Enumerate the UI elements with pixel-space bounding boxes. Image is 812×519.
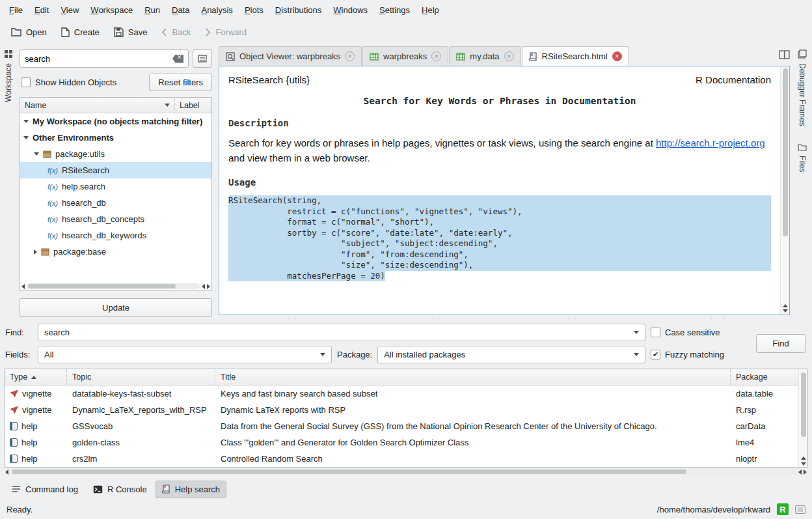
column-header-title[interactable]: Title [215, 369, 731, 385]
close-tab-icon[interactable] [504, 51, 514, 61]
save-button[interactable]: Save [108, 23, 154, 41]
expander-open-icon[interactable] [23, 136, 29, 139]
tab-object-viewer-warpbreaks[interactable]: Object Viewer: warpbreaks [219, 46, 362, 66]
engine-status-icon[interactable] [795, 505, 805, 514]
clear-search-icon[interactable] [172, 55, 183, 63]
tree-item-hsearch-db-concepts[interactable]: hsearch_db_concepts [20, 211, 211, 227]
toolview-bar: Command log R Console Help search [0, 479, 812, 499]
menu-windows[interactable]: Windows [328, 3, 373, 18]
scrollbar-thumb[interactable] [801, 372, 806, 437]
help-document-icon [10, 422, 18, 430]
result-row[interactable]: help GSSvocab Data from the General Soci… [5, 418, 798, 434]
forward-button[interactable]: Forward [199, 23, 252, 41]
toolview-help-search[interactable]: Help search [156, 481, 226, 498]
description-heading: Description [228, 118, 771, 128]
tree-item-other-environments[interactable]: Other Environments [20, 130, 211, 146]
column-header-package[interactable]: Package [731, 369, 798, 385]
result-row[interactable]: help golden-class Class '"golden"' and G… [5, 434, 798, 451]
expander-open-icon[interactable] [34, 152, 39, 156]
menu-view[interactable]: View [55, 3, 84, 18]
tree-item-package-utils[interactable]: package:utils [20, 146, 211, 162]
close-tab-icon[interactable] [431, 51, 441, 61]
menu-data[interactable]: Data [167, 3, 195, 18]
find-button[interactable]: Find [756, 334, 805, 353]
search-site-link[interactable]: http://search.r-project.org [656, 137, 765, 148]
tab-warpbreaks[interactable]: warpbreaks [362, 46, 448, 66]
scroll-down-icon[interactable] [783, 309, 788, 313]
update-button[interactable]: Update [20, 298, 212, 317]
menu-settings[interactable]: Settings [374, 3, 415, 18]
reset-filters-button[interactable]: Reset filters [149, 74, 212, 91]
scroll-up-icon[interactable] [783, 304, 788, 307]
tree-item-my-workspace[interactable]: My Workspace (no objects matching filter… [20, 113, 211, 130]
r-engine-badge[interactable]: R [777, 503, 789, 515]
command-log-icon [12, 485, 21, 493]
tree-item-package-base[interactable]: package:base [20, 244, 211, 260]
scrollbar-thumb[interactable] [12, 470, 686, 474]
menu-analysis[interactable]: Analysis [196, 3, 237, 18]
open-button[interactable]: Open [5, 23, 53, 41]
folder-open-icon [11, 27, 21, 36]
close-tab-icon[interactable] [345, 51, 355, 61]
result-row[interactable]: vignette datatable-keys-fast-subset Keys… [5, 386, 798, 402]
menu-run[interactable]: Run [139, 3, 165, 18]
back-chevron-icon [161, 28, 167, 36]
case-sensitive-checkbox[interactable]: Case sensitive [651, 328, 748, 337]
column-header-label[interactable]: Label [175, 101, 211, 110]
menu-edit[interactable]: Edit [29, 3, 54, 18]
workspace-search-input[interactable] [25, 54, 169, 64]
dock-tab-files[interactable]: Files [798, 143, 807, 172]
search-options-button[interactable] [193, 49, 212, 68]
expander-open-icon[interactable] [23, 120, 29, 123]
scroll-left-icon[interactable] [798, 470, 802, 475]
find-combobox[interactable]: search [38, 324, 645, 341]
back-button[interactable]: Back [156, 23, 196, 41]
scroll-left-icon[interactable] [202, 284, 205, 289]
function-icon [47, 183, 58, 191]
toolview-r-console[interactable]: R Console [87, 481, 154, 498]
tree-item-hsearch-db[interactable]: hsearch_db [20, 195, 211, 211]
results-vertical-scrollbar[interactable] [798, 369, 807, 467]
help-vertical-scrollbar[interactable] [780, 66, 789, 315]
show-hidden-checkbox[interactable]: Show Hidden Objects [21, 77, 116, 87]
horizontal-splitter[interactable] [219, 315, 790, 321]
fields-combobox[interactable]: All [38, 346, 332, 363]
scroll-right-icon[interactable] [207, 284, 210, 289]
doc-kind: R Documentation [696, 74, 771, 85]
menu-distributions[interactable]: Distributions [270, 3, 327, 18]
menu-workspace[interactable]: Workspace [85, 3, 138, 18]
column-header-type[interactable]: Type [5, 369, 67, 385]
tab-rsitesearch-html[interactable]: RSiteSearch.html [522, 46, 629, 66]
scroll-down-icon[interactable] [801, 462, 806, 466]
tree-item-rsitesearch[interactable]: RSiteSearch [20, 162, 211, 178]
split-view-icon[interactable] [779, 50, 790, 59]
package-combobox[interactable]: All installed packages [377, 346, 645, 363]
results-horizontal-scrollbar[interactable] [4, 468, 808, 476]
scrollbar-thumb[interactable] [28, 284, 176, 288]
scroll-up-icon[interactable] [801, 456, 806, 460]
menu-file[interactable]: File [4, 3, 28, 18]
scroll-left-icon[interactable] [5, 470, 8, 475]
scroll-left-icon[interactable] [21, 284, 25, 289]
column-header-topic[interactable]: Topic [67, 369, 215, 385]
dock-tab-workspace[interactable]: Workspace [4, 49, 13, 102]
dock-tab-debugger-frames[interactable]: Debugger Frames [798, 49, 807, 126]
tab-my-data[interactable]: my.data [449, 46, 521, 66]
result-row[interactable]: vignette Dynamic_LaTeX_reports_with_RSP … [5, 402, 798, 418]
menu-help[interactable]: Help [416, 3, 444, 18]
tree-item-hsearch-db-keywords[interactable]: hsearch_db_keywords [20, 227, 211, 244]
column-header-name[interactable]: Name [20, 98, 175, 113]
menu-plots[interactable]: Plots [239, 3, 269, 18]
scroll-right-icon[interactable] [804, 470, 807, 475]
result-row[interactable]: help crs2lm Controlled Random Search nlo… [5, 451, 798, 467]
function-icon [47, 216, 58, 223]
scrollbar-thumb[interactable] [783, 68, 788, 236]
close-tab-icon[interactable] [612, 51, 622, 61]
fuzzy-matching-checkbox[interactable]: Fuzzy matching [651, 350, 748, 359]
expander-closed-icon[interactable] [34, 249, 37, 255]
tree-horizontal-scrollbar[interactable] [20, 282, 211, 290]
tree-item-help-search[interactable]: help.search [20, 178, 211, 195]
toolview-command-log[interactable]: Command log [5, 481, 85, 498]
create-button[interactable]: Create [55, 23, 105, 41]
main-area: Workspace Show Hidden Objects Reset fil [0, 44, 812, 321]
